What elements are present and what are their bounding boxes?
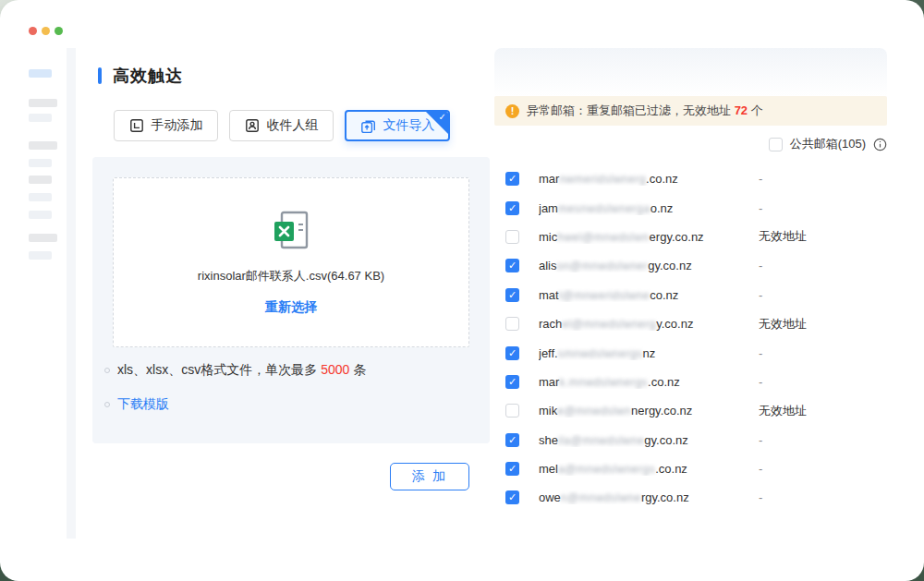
bullet-icon	[104, 402, 110, 407]
check-icon: ✓	[439, 112, 446, 122]
row-checkbox[interactable]	[505, 404, 519, 418]
download-template-link[interactable]: 下载模版	[117, 396, 169, 413]
row-checkbox[interactable]	[505, 317, 519, 331]
row-checkbox[interactable]	[505, 462, 519, 476]
add-button[interactable]: 添 加	[390, 463, 469, 490]
skeleton-bar	[29, 114, 52, 122]
public-mailbox-label: 公共邮箱(105)	[790, 136, 866, 152]
row-checkbox[interactable]	[505, 288, 519, 302]
email-status: -	[759, 433, 762, 447]
email-row: marnwmeridslwnerg.co.nz -	[494, 164, 887, 193]
file-dropzone[interactable]: rixinsolar邮件联系人.csv(64.67 KB) 重新选择	[113, 177, 469, 347]
email-status: -	[759, 201, 762, 215]
row-checkbox[interactable]	[505, 172, 519, 186]
invalid-count: 72	[735, 103, 748, 117]
email-address: matt@mnweridslwneco.nz	[539, 288, 748, 302]
email-row: sheila@mnwdslwnegy.co.nz -	[494, 426, 887, 454]
email-row: mike@mnwdslwnnergy.co.nz 无效地址	[494, 396, 887, 425]
row-checkbox[interactable]	[505, 433, 519, 447]
row-checkbox[interactable]	[505, 259, 519, 272]
email-address: rachel@mnwdslwnergy.co.nz	[539, 317, 748, 331]
skeleton-bar	[29, 159, 52, 167]
email-address: sheila@mnwdslwnegy.co.nz	[539, 433, 748, 447]
info-icon[interactable]	[873, 138, 887, 151]
email-row: owen@mnwdslwnergy.co.nz -	[494, 483, 887, 512]
warning-icon: !	[505, 104, 519, 118]
email-address: michwel@mnwdslwnergy.co.nz	[539, 230, 748, 244]
skeleton-bar	[29, 99, 57, 107]
row-checkbox[interactable]	[505, 490, 519, 504]
row-checkbox[interactable]	[505, 201, 519, 215]
email-row: mela@mnwdslwnergs.co.nz -	[494, 454, 887, 483]
email-row: jeff.smnwdslwnergsnz -	[494, 338, 887, 367]
email-row: rachel@mnwdslwnergy.co.nz 无效地址	[494, 309, 887, 338]
email-status: 无效地址	[759, 403, 807, 419]
email-row: alison@mnwdslwnergy.co.nz -	[494, 251, 887, 280]
excel-file-icon	[268, 209, 314, 257]
page-title: 高效触达	[98, 65, 183, 87]
screenshot-stage: 高效触达 手动添加 收件人组	[0, 0, 924, 581]
tab-manual-add[interactable]: 手动添加	[114, 110, 218, 141]
sidebar-skeleton	[0, 0, 67, 581]
email-row: mark.mnwdslwnergs.co.nz -	[494, 368, 887, 396]
skeleton-bar	[29, 193, 52, 201]
email-status: -	[759, 490, 762, 504]
email-address: jammesnwdslwnergao.nz	[539, 201, 748, 215]
email-row: jammesnwdslwnergao.nz -	[494, 193, 887, 222]
skeleton-bar	[29, 69, 52, 78]
email-status: -	[759, 462, 762, 476]
email-address: owen@mnwdslwnergy.co.nz	[539, 490, 748, 504]
email-status: 无效地址	[759, 316, 807, 333]
skeleton-bar	[29, 176, 52, 184]
public-mailbox-row: 公共邮箱(105)	[494, 136, 887, 152]
email-address: marnwmeridslwnerg.co.nz	[539, 172, 748, 186]
abnormal-mailbox-banner: ! 异常邮箱：重复邮箱已过滤，无效地址 72 个	[494, 96, 887, 126]
email-status: -	[759, 259, 762, 272]
row-checkbox[interactable]	[505, 375, 519, 389]
skeleton-bar	[29, 141, 57, 150]
recipient-group-icon	[245, 118, 260, 133]
row-checkbox[interactable]	[505, 230, 519, 244]
email-row: michwel@mnwdslwnergy.co.nz 无效地址	[494, 223, 887, 251]
bullet-icon	[104, 368, 110, 373]
tab-file-import[interactable]: 文件导入 ✓	[345, 110, 450, 141]
app-window: 高效触达 手动添加 收件人组	[0, 0, 924, 581]
email-address: mike@mnwdslwnnergy.co.nz	[539, 404, 748, 418]
row-checkbox[interactable]	[505, 346, 519, 360]
download-template-row: 下载模版	[104, 396, 169, 413]
skeleton-bar	[29, 211, 52, 219]
format-hint: xls、xlsx、csv格式文件，单次最多 5000 条	[104, 362, 366, 379]
file-import-icon	[360, 118, 376, 134]
email-status: 无效地址	[759, 228, 807, 245]
email-status: -	[759, 346, 762, 360]
email-row: matt@mnweridslwneco.nz -	[494, 281, 887, 309]
uploaded-file-name: rixinsolar邮件联系人.csv(64.67 KB)	[198, 268, 384, 284]
upload-panel: rixinsolar邮件联系人.csv(64.67 KB) 重新选择 xls、x…	[92, 157, 490, 443]
email-address: mark.mnwdslwnergs.co.nz	[539, 375, 748, 389]
email-address: mela@mnwdslwnergs.co.nz	[539, 462, 748, 476]
sidebar-divider	[67, 48, 76, 539]
email-address: jeff.smnwdslwnergsnz	[539, 346, 748, 360]
email-address: alison@mnwdslwnergy.co.nz	[539, 259, 748, 272]
email-list: marnwmeridslwnerg.co.nz - jammesnwdslwne…	[494, 164, 887, 513]
skeleton-bar	[29, 251, 52, 260]
tab-recipient-group[interactable]: 收件人组	[229, 110, 334, 141]
right-panel-fade	[494, 48, 887, 96]
public-mailbox-checkbox[interactable]	[769, 138, 783, 151]
email-status: -	[759, 288, 762, 302]
manual-add-icon	[129, 118, 144, 133]
max-count: 5000	[321, 362, 349, 377]
email-status: -	[759, 375, 762, 389]
reselect-link[interactable]: 重新选择	[265, 299, 317, 316]
title-accent-bar	[98, 67, 102, 84]
skeleton-bar	[29, 234, 57, 242]
email-status: -	[759, 172, 762, 186]
